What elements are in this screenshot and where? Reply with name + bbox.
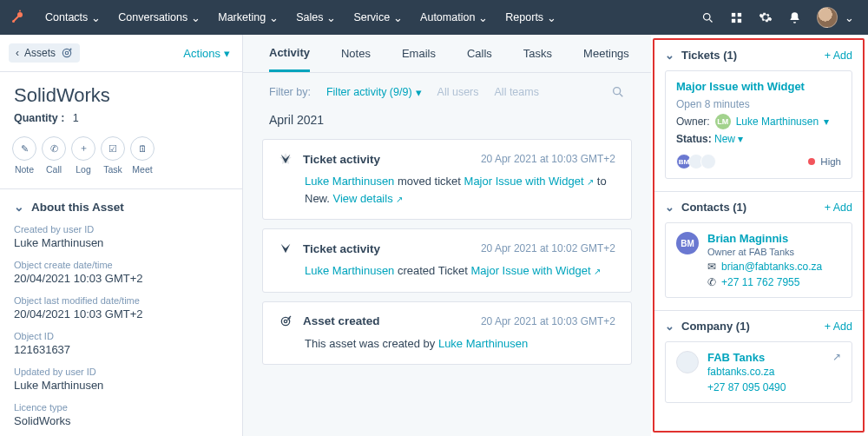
external-link-icon[interactable]: ↗ <box>587 177 594 187</box>
activity-panel: Activity Notes Emails Calls Tasks Meetin… <box>243 35 651 436</box>
task-button[interactable]: ☑Task <box>101 136 125 175</box>
chevron-down-icon: ⌄ <box>326 11 336 24</box>
company-logo-icon <box>676 351 699 373</box>
chevron-down-icon[interactable]: ▾ <box>738 133 743 145</box>
tab-emails[interactable]: Emails <box>402 35 436 72</box>
section-heading: Contacts (1) <box>681 201 746 214</box>
account-menu[interactable]: ⌄ <box>817 7 854 28</box>
chevron-down-icon: ▾ <box>224 47 230 60</box>
record-actions-menu[interactable]: Actions▾ <box>183 47 230 60</box>
chevron-down-icon: ⌄ <box>191 11 201 24</box>
quantity-row: Quantity : 1 <box>0 109 242 136</box>
nav-marketing[interactable]: Marketing⌄ <box>211 8 286 28</box>
top-nav-menu: Contacts⌄ Conversations⌄ Marketing⌄ Sale… <box>38 8 563 28</box>
nav-conversations[interactable]: Conversations⌄ <box>111 8 207 28</box>
owner-link[interactable]: Luke Marthinusen <box>736 116 819 128</box>
contact-email-link[interactable]: brian@fabtanks.co.za <box>721 261 822 273</box>
hubspot-logo-icon[interactable] <box>9 9 26 26</box>
record-title: SolidWorks <box>0 72 242 109</box>
filter-all-teams[interactable]: All teams <box>495 86 539 98</box>
tab-meetings[interactable]: Meetings <box>583 35 629 72</box>
activity-tabs: Activity Notes Emails Calls Tasks Meetin… <box>243 35 651 73</box>
target-icon <box>61 47 73 59</box>
svg-rect-4 <box>732 12 735 16</box>
field-label: Object ID <box>14 331 228 341</box>
back-to-assets[interactable]: ‹ Assets <box>9 43 80 63</box>
log-button[interactable]: ＋Log <box>71 136 95 175</box>
ticket-title-link[interactable]: Major Issue with Widget <box>676 80 841 93</box>
tickets-section-header[interactable]: ⌄ Tickets (1) + Add <box>665 49 852 62</box>
company-domain-link[interactable]: fabtanks.co.za <box>707 366 774 378</box>
chevron-down-icon: ⌄ <box>665 320 674 333</box>
nav-automation[interactable]: Automation⌄ <box>413 8 495 28</box>
record-sidebar: ‹ Assets Actions▾ SolidWorks Quantity : … <box>0 35 243 436</box>
ticket-link[interactable]: Major Issue with Widget <box>464 175 584 188</box>
search-icon[interactable] <box>701 11 714 24</box>
activity-card: Ticket activity 20 Apr 2021 at 10:03 GMT… <box>262 139 632 220</box>
tab-calls[interactable]: Calls <box>467 35 492 72</box>
card-title: Asset created <box>303 314 380 327</box>
calendar-check-icon: ☑ <box>108 143 117 154</box>
contact-subtitle: Owner at FAB Tanks <box>707 247 841 257</box>
filter-all-users[interactable]: All users <box>437 86 479 98</box>
svg-point-10 <box>614 88 621 95</box>
contact-name-link[interactable]: Brian Maginnis <box>707 232 841 245</box>
company-name-link[interactable]: FAB Tanks <box>707 351 824 364</box>
filter-activity-dropdown[interactable]: Filter activity (9/9) ▾ <box>326 86 422 99</box>
activity-search-icon[interactable] <box>611 85 625 99</box>
add-company-link[interactable]: + Add <box>825 320 852 333</box>
contacts-section-header[interactable]: ⌄ Contacts (1) + Add <box>665 201 852 214</box>
add-contact-link[interactable]: + Add <box>825 201 852 214</box>
phone-icon: ✆ <box>50 143 58 154</box>
notifications-icon[interactable] <box>788 11 801 24</box>
field-label: Licence type <box>14 402 228 413</box>
ticket-link[interactable]: Major Issue with Widget <box>471 264 591 277</box>
settings-icon[interactable] <box>759 10 773 24</box>
quantity-label: Quantity : <box>14 112 64 124</box>
note-button[interactable]: ✎Note <box>12 136 36 175</box>
actor-link[interactable]: Luke Marthinusen <box>438 337 528 350</box>
tab-tasks[interactable]: Tasks <box>523 35 552 72</box>
external-link-icon[interactable]: ↗ <box>832 351 841 393</box>
about-heading: About this Asset <box>31 201 124 214</box>
note-icon: ✎ <box>21 143 29 154</box>
associated-avatars[interactable]: BM <box>676 154 716 169</box>
external-link-icon[interactable]: ↗ <box>594 267 601 276</box>
add-ticket-link[interactable]: + Add <box>825 50 852 62</box>
user-avatar-icon <box>817 7 838 28</box>
ticket-icon <box>279 152 293 166</box>
company-phone-link[interactable]: +27 87 095 0490 <box>707 381 786 393</box>
svg-rect-5 <box>738 12 741 16</box>
svg-point-2 <box>19 10 21 12</box>
company-section-header[interactable]: ⌄ Company (1) + Add <box>665 320 852 333</box>
external-link-icon[interactable]: ↗ <box>396 195 403 204</box>
tab-notes[interactable]: Notes <box>341 35 371 72</box>
status-value[interactable]: New <box>714 133 735 145</box>
about-section-toggle[interactable]: ⌄ About this Asset <box>14 200 228 214</box>
chevron-left-icon: ‹ <box>16 47 19 59</box>
tab-activity[interactable]: Activity <box>269 35 310 72</box>
top-actions: ⌄ <box>701 7 854 28</box>
call-button[interactable]: ✆Call <box>42 136 66 175</box>
actor-link[interactable]: Luke Marthinusen <box>305 175 394 188</box>
view-details-link[interactable]: View details <box>333 192 393 205</box>
actor-link[interactable]: Luke Marthinusen <box>305 264 394 277</box>
nav-contacts[interactable]: Contacts⌄ <box>38 8 108 28</box>
nav-sales[interactable]: Sales⌄ <box>289 8 343 28</box>
nav-reports[interactable]: Reports⌄ <box>498 8 563 28</box>
meet-button[interactable]: 🗓Meet <box>130 136 155 175</box>
owner-label: Owner: <box>676 116 710 128</box>
field-value: Luke Marthinusen <box>14 236 228 249</box>
chevron-down-icon[interactable]: ▾ <box>824 116 829 128</box>
contact-phone-link[interactable]: +27 11 762 7955 <box>721 276 799 288</box>
nav-service[interactable]: Service⌄ <box>346 8 410 28</box>
card-title: Ticket activity <box>303 153 380 166</box>
company-card: FAB Tanks fabtanks.co.za +27 87 095 0490… <box>665 341 852 403</box>
card-timestamp: 20 Apr 2021 at 10:03 GMT+2 <box>481 153 615 165</box>
chevron-down-icon: ⌄ <box>665 201 674 214</box>
field-value: 20/04/2021 10:03 GMT+2 <box>14 307 228 320</box>
svg-rect-7 <box>738 18 741 22</box>
marketplace-icon[interactable] <box>730 11 743 24</box>
field-value: 20/04/2021 10:03 GMT+2 <box>14 272 228 285</box>
svg-point-12 <box>284 320 286 322</box>
